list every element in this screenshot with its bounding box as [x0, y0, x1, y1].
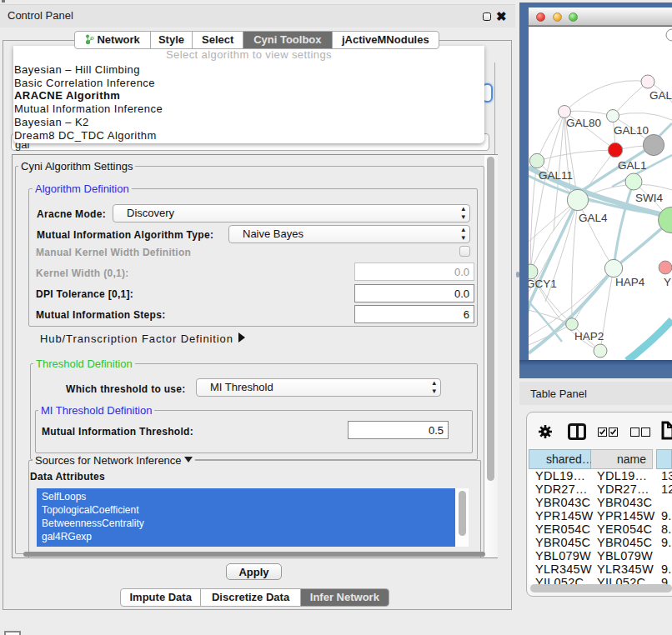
svg-text:GCY1: GCY1 — [529, 278, 557, 290]
svg-text:GAL: GAL — [649, 89, 672, 102]
svg-text:GAL11: GAL11 — [539, 169, 573, 182]
svg-text:GAL80: GAL80 — [566, 117, 601, 129]
svg-text:GAL10: GAL10 — [614, 124, 649, 137]
svg-text:HAP2: HAP2 — [574, 330, 604, 342]
svg-text:SWI4: SWI4 — [635, 192, 663, 204]
svg-text:Y: Y — [664, 276, 671, 288]
svg-text:HAP4: HAP4 — [615, 276, 645, 288]
svg-text:GAL1: GAL1 — [618, 159, 647, 172]
svg-text:GAL4: GAL4 — [579, 212, 608, 224]
